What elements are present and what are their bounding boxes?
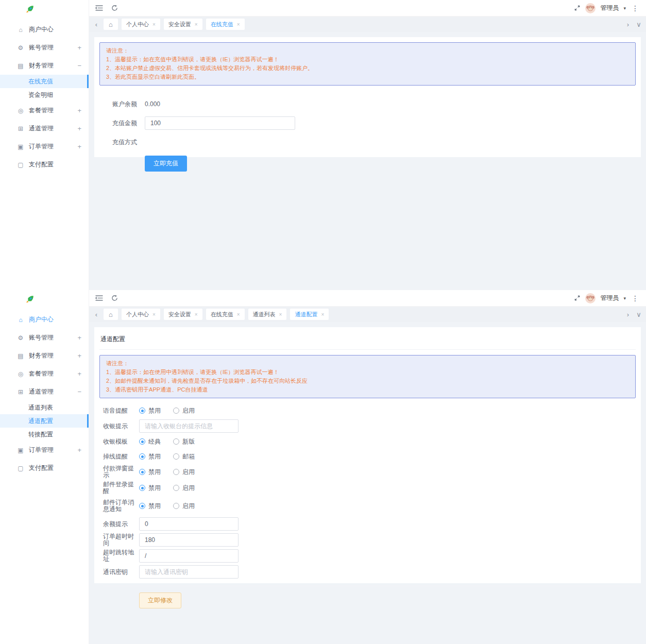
user-avatar[interactable] [585,3,596,13]
logo[interactable] [0,0,89,19]
close-icon[interactable]: × [321,312,324,317]
menu-fold-icon[interactable] [95,295,103,301]
close-icon[interactable]: × [195,312,198,317]
gear-icon: ⚙ [17,44,24,52]
sidebar-item-channel-mgmt[interactable]: ⊞ 通道管理 + [0,120,89,138]
radio-option-email[interactable]: 邮箱 [173,452,195,461]
radio-option-disable[interactable]: 禁用 [139,468,161,477]
more-menu-icon[interactable]: ⋮ [631,294,640,302]
notice-line: 2、本站账户禁止虚假交易、信用卡套现或洗钱等交易行为，若有发现将封停账户。 [106,64,629,73]
comm-secret-input[interactable] [139,565,239,579]
tab-online-recharge[interactable]: 在线充值 × [206,19,245,30]
tab-security-settings[interactable]: 安全设置 × [164,309,202,320]
expand-icon: + [77,370,81,378]
chevron-down-icon[interactable]: ▾ [623,6,626,11]
timeout-redirect-input[interactable] [139,549,239,563]
expand-icon: + [77,334,81,342]
more-menu-icon[interactable]: ⋮ [631,4,640,12]
order-timeout-label: 订单超时时间 [103,533,136,547]
sidebar-subitem-channel-list[interactable]: 通道列表 [0,401,89,414]
radio-option-disable[interactable]: 禁用 [139,406,161,415]
tab-label: 在线充值 [211,21,233,28]
header-right: 管理员 ▾ ⋮ [574,3,640,13]
close-icon[interactable]: × [152,312,156,317]
notice-line: 2、如邮件提醒未通知到，请先检查是否存在于垃圾箱中，如不存在可向站长反应 [106,377,629,385]
tabs-scroll-left-icon[interactable]: ‹ [93,21,100,28]
fullscreen-icon[interactable] [574,5,581,11]
sidebar-item-account-mgmt[interactable]: ⚙ 账号管理 + [0,329,89,347]
fullscreen-icon[interactable] [574,295,581,301]
notice-title: 请注意： [106,359,629,368]
admin-dropdown-label[interactable]: 管理员 [600,294,619,302]
radio-option-new[interactable]: 新版 [173,437,195,446]
tabs-scroll-left-icon[interactable]: ‹ [93,311,100,318]
offline-reminder-label: 掉线提醒 [103,453,136,460]
amount-input[interactable] [145,116,295,130]
tab-security-settings[interactable]: 安全设置 × [164,19,202,30]
balance-tip-input[interactable] [139,517,239,531]
tab-channel-config[interactable]: 通道配置 × [290,309,329,320]
sidebar-item-channel-mgmt[interactable]: ⊞ 通道管理 − [0,383,89,401]
tabs-scroll-right-icon[interactable]: › [624,21,632,28]
refresh-icon[interactable] [111,5,118,11]
user-avatar[interactable] [585,293,596,303]
form-footer: 立即修改 [103,586,636,608]
tab-personal-center[interactable]: 个人中心 × [122,309,160,320]
radio-option-disable[interactable]: 禁用 [139,502,161,511]
radio-option-classic[interactable]: 经典 [139,437,161,446]
tab-channel-list[interactable]: 通道列表 × [248,309,287,320]
logo[interactable] [0,290,89,309]
tab-home[interactable]: ⌂ [104,309,118,320]
radio-option-enable[interactable]: 启用 [173,502,195,511]
sidebar-subitem-transfer-config[interactable]: 转接配置 [0,428,89,441]
close-icon[interactable]: × [237,312,240,317]
sidebar-item-package-mgmt[interactable]: ◎ 套餐管理 + [0,101,89,120]
sidebar: ⌂ 商户中心 ⚙ 账号管理 + ▤ 财务管理 + ◎ 套餐管理 + ⊞ 通道管理 [0,290,89,644]
refresh-icon[interactable] [111,295,118,301]
sidebar-item-pay-config[interactable]: ▢ 支付配置 [0,156,89,174]
sidebar-item-order-mgmt[interactable]: ▣ 订单管理 + [0,138,89,156]
sidebar-item-label: 通道管理 [29,124,54,133]
sidebar-item-package-mgmt[interactable]: ◎ 套餐管理 + [0,365,89,383]
top-header: 管理员 ▾ ⋮ [89,290,646,307]
tab-home[interactable]: ⌂ [104,19,118,30]
radio-label: 禁用 [148,406,161,415]
radio-option-enable[interactable]: 启用 [173,484,195,493]
sidebar-subitem-online-recharge[interactable]: 在线充值 [0,75,89,88]
sidebar-subitem-fund-detail[interactable]: 资金明细 [0,88,89,101]
radio-option-disable[interactable]: 禁用 [139,452,161,461]
sidebar-item-account-mgmt[interactable]: ⚙ 账号管理 + [0,39,89,57]
close-icon[interactable]: × [279,312,282,317]
expand-icon: + [77,125,81,132]
sidebar-item-finance-mgmt[interactable]: ▤ 财务管理 − [0,57,89,75]
chevron-down-icon[interactable]: ▾ [623,296,626,301]
close-icon[interactable]: × [237,22,240,27]
modify-now-button[interactable]: 立即修改 [139,592,181,608]
cashier-template-radio-group: 经典 新版 [139,437,195,446]
screenshot-channel-config: ⌂ 商户中心 ⚙ 账号管理 + ▤ 财务管理 + ◎ 套餐管理 + ⊞ 通道管理 [0,290,646,644]
sidebar-item-pay-config[interactable]: ▢ 支付配置 [0,459,89,477]
radio-checked-icon [139,453,145,460]
radio-option-enable[interactable]: 启用 [173,406,195,415]
tabs-scroll-right-icon[interactable]: › [624,311,632,318]
radio-option-enable[interactable]: 启用 [173,468,195,477]
tabs-menu-icon[interactable]: ∨ [635,311,642,318]
tabs-menu-icon[interactable]: ∨ [635,21,642,28]
page-content: 请注意： 1、温馨提示：如在充值中遇到错误，请更换（IE）浏览器再试一遍！ 2、… [89,32,646,290]
tab-online-recharge[interactable]: 在线充值 × [206,309,245,320]
menu-fold-icon[interactable] [95,5,103,11]
sidebar-item-merchant-center[interactable]: ⌂ 商户中心 [0,21,89,39]
radio-option-disable[interactable]: 禁用 [139,484,161,493]
rocket-logo-icon [24,3,36,15]
close-icon[interactable]: × [152,22,156,27]
sidebar-subitem-channel-config[interactable]: 通道配置 [0,414,89,428]
tab-personal-center[interactable]: 个人中心 × [122,19,160,30]
recharge-now-button[interactable]: 立即充值 [145,156,187,172]
close-icon[interactable]: × [195,22,198,27]
order-timeout-input[interactable] [139,533,239,547]
sidebar-item-order-mgmt[interactable]: ▣ 订单管理 + [0,441,89,459]
admin-dropdown-label[interactable]: 管理员 [600,4,619,12]
sidebar-item-merchant-center[interactable]: ⌂ 商户中心 [0,311,89,329]
cashier-tip-input[interactable] [139,419,239,433]
sidebar-item-finance-mgmt[interactable]: ▤ 财务管理 + [0,347,89,365]
